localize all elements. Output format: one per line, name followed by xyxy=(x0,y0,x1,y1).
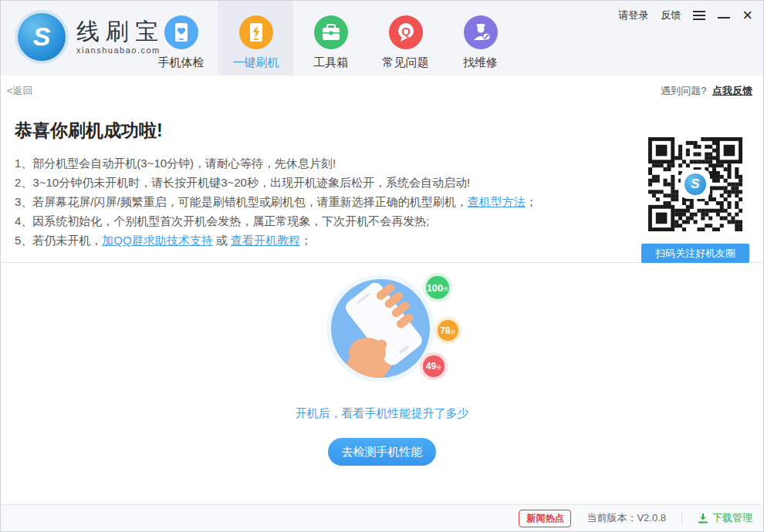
problem-hint: 遇到问题? xyxy=(661,85,706,96)
boot-tutorial-link[interactable]: 查看开机教程 xyxy=(231,234,300,247)
news-hotspot-badge[interactable]: 新闻热点 xyxy=(519,510,571,527)
app-window: S 线刷宝 xianshuabao.com 手机体检 xyxy=(0,0,764,532)
phone-flash-icon xyxy=(239,15,273,49)
minimize-button[interactable] xyxy=(718,17,730,19)
nav-item-faq[interactable]: Q 常见问题 xyxy=(368,1,443,76)
download-manager-button[interactable]: 下载管理 xyxy=(698,511,752,525)
qr-follow-button[interactable]: 扫码关注好机友圈 xyxy=(641,244,749,263)
sub-toolbar: <返回 遇到问题? 点我反馈 xyxy=(1,76,763,106)
tip-line-2: 2、3~10分钟仍未开机时，请长按开机键3~20秒，出现开机迹象后松开，系统会自… xyxy=(15,173,624,192)
nav-item-label: 手机体检 xyxy=(158,56,205,70)
nav-item-label: 一键刷机 xyxy=(233,56,279,70)
check-model-link[interactable]: 查机型方法 xyxy=(468,195,526,208)
phone-health-icon xyxy=(164,15,198,49)
toolbox-icon xyxy=(314,15,348,49)
nav-item-toolbox[interactable]: 工具箱 xyxy=(293,1,368,76)
hand-holding-phone-icon xyxy=(324,272,440,388)
download-manager-label: 下载管理 xyxy=(712,511,752,525)
tip-line-4: 4、因系统初始化，个别机型首次开机会发热，属正常现象，下次开机不会再发热; xyxy=(15,211,624,231)
footer-divider xyxy=(681,513,682,524)
question-bubble-icon: Q xyxy=(389,15,423,49)
nav-item-one-key-flash[interactable]: 一键刷机 xyxy=(218,1,293,76)
performance-hint: 开机后，看看手机性能提升了多少 xyxy=(296,406,469,421)
close-button[interactable]: × xyxy=(742,8,752,22)
app-header: S 线刷宝 xianshuabao.com 手机体检 xyxy=(1,1,763,76)
nav-item-label: 工具箱 xyxy=(313,56,348,70)
tip-line-5: 5、若仍未开机，加QQ群求助技术支持 或 查看开机教程； xyxy=(15,231,624,250)
phone-hand-illustration: 100分 78分 49分 xyxy=(324,272,440,388)
score-badge-78: 78分 xyxy=(438,320,458,341)
repairman-icon xyxy=(464,15,498,49)
feedback-cta-link[interactable]: 点我反馈 xyxy=(712,85,752,96)
score-badge-49: 49分 xyxy=(423,355,445,377)
version-label: 当前版本：V2.0.8 xyxy=(587,511,666,525)
download-icon xyxy=(698,513,708,524)
qq-group-link[interactable]: 加QQ群求助技术支持 xyxy=(102,234,212,247)
svg-text:Q: Q xyxy=(401,25,411,38)
tip-line-1: 1、部分机型会自动开机(3~10分钟)，请耐心等待，先休息片刻! xyxy=(15,153,624,173)
window-controls: 请登录 反馈 × xyxy=(618,8,752,22)
qr-code: S xyxy=(648,137,742,231)
qr-center-logo: S xyxy=(682,171,708,197)
back-button[interactable]: <返回 xyxy=(7,84,33,98)
login-link[interactable]: 请登录 xyxy=(618,8,648,22)
main-nav: 手机体检 一键刷机 工具箱 xyxy=(144,1,518,76)
brand-logo-letter: S xyxy=(33,22,51,52)
nav-item-label: 找维修 xyxy=(463,56,498,70)
app-footer: 新闻热点 当前版本：V2.0.8 下载管理 xyxy=(1,504,763,531)
nav-item-repair[interactable]: 找维修 xyxy=(443,1,518,76)
feedback-link[interactable]: 反馈 xyxy=(661,8,681,22)
score-badge-100: 100分 xyxy=(426,276,449,299)
nav-item-phone-health[interactable]: 手机体检 xyxy=(144,1,218,76)
nav-item-label: 常见问题 xyxy=(383,56,429,70)
tip-line-3: 3、若屏幕花屏/闪屏/频繁重启，可能是刷错机型或刷机包，请重新选择正确的机型刷机… xyxy=(15,192,624,211)
brand-logo-icon: S xyxy=(18,13,66,61)
brand-logo: S 线刷宝 xianshuabao.com xyxy=(18,13,164,61)
test-performance-button[interactable]: 去检测手机性能 xyxy=(328,438,436,466)
page-title: 恭喜你刷机成功啦! xyxy=(15,119,624,143)
menu-icon[interactable] xyxy=(693,9,705,22)
main-content: 恭喜你刷机成功啦! 1、部分机型会自动开机(3~10分钟)，请耐心等待，先休息片… xyxy=(1,106,763,504)
